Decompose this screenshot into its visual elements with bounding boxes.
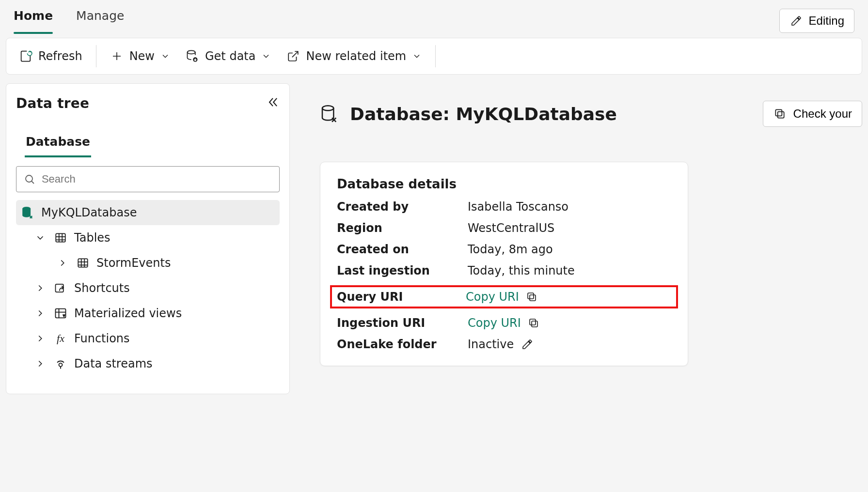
details-panel: Database: MyKQLDatabase Check your Datab… [290,83,862,394]
toolbar-divider [435,45,436,67]
toolbar: Refresh New Get data New related [6,38,862,75]
tree-item-database[interactable]: MyKQLDatabase [16,200,280,225]
database-details-card: Database details Created by Isabella Tos… [320,162,688,366]
table-icon [76,256,90,270]
tree-item-tables[interactable]: Tables [16,225,280,250]
svg-rect-10 [777,112,784,118]
tree-item-functions[interactable]: fx Functions [16,326,280,351]
copy-query-uri-button[interactable]: Copy URI [466,290,671,304]
tab-home[interactable]: Home [14,9,53,33]
get-data-button[interactable]: Get data [184,47,273,65]
new-related-item-button[interactable]: New related item [284,47,424,65]
data-tree-title: Data tree [16,95,89,111]
tab-database[interactable]: Database [25,135,91,157]
created-by-value: Isabella Toscanso [468,200,671,214]
chevron-right-icon [56,256,69,270]
editing-label: Editing [809,14,844,28]
created-on-key: Created on [337,243,468,256]
chevron-right-icon [33,357,47,370]
chevron-down-icon [160,51,170,61]
svg-rect-13 [528,293,534,299]
last-ingestion-key: Last ingestion [337,264,468,277]
ingestion-uri-key: Ingestion URI [337,316,468,330]
new-button[interactable]: New [108,47,172,65]
collapse-panel-button[interactable] [266,95,280,109]
svg-rect-12 [530,295,536,301]
chevron-right-icon [33,307,47,320]
tab-manage[interactable]: Manage [76,9,124,33]
card-title: Database details [337,177,671,191]
new-label: New [129,49,155,63]
svg-point-9 [322,106,333,110]
region-key: Region [337,221,468,235]
svg-rect-15 [530,319,536,325]
tree-item-shortcuts[interactable]: Shortcuts [16,276,280,301]
copy-ingestion-uri-button[interactable]: Copy URI [468,316,671,330]
page-title-db: MyKQLDatabase [456,104,617,124]
svg-point-2 [26,175,32,182]
chevron-right-icon [33,332,47,345]
tree-item-materialized-views[interactable]: Materialized views [16,301,280,326]
search-input-wrapper[interactable] [16,166,280,192]
editing-button[interactable]: Editing [779,9,854,33]
pencil-icon [789,14,803,28]
database-download-icon [186,49,199,63]
onelake-folder-value: Inactive [468,338,514,351]
data-stream-icon [54,357,67,370]
tree-item-label: Data streams [74,357,153,370]
function-icon: fx [54,332,67,345]
chevron-down-icon [412,51,422,61]
tree-item-data-streams[interactable]: Data streams [16,351,280,376]
tree-item-label: Shortcuts [74,281,130,295]
copy-uri-label: Copy URI [466,290,519,304]
materialized-view-icon [54,307,67,320]
created-on-value: Today, 8m ago [468,243,671,256]
region-value: WestCentralUS [468,221,671,235]
copy-uri-label: Copy URI [468,316,521,330]
svg-rect-4 [56,233,65,242]
database-icon [320,104,339,123]
open-new-icon [286,49,300,63]
database-icon [21,206,34,219]
last-ingestion-value: Today, this minute [468,264,671,277]
svg-point-8 [59,363,63,367]
tree-item-label: Tables [74,231,110,245]
search-icon [23,172,36,186]
check-button[interactable]: Check your [763,101,862,127]
tree-item-label: StormEvents [96,256,171,270]
get-data-label: Get data [205,49,255,63]
data-tree-panel: Data tree Database MyKQLDatabase [6,83,290,394]
chevron-right-icon [33,281,47,295]
tree-item-label: Materialized views [74,307,182,320]
copy-icon [773,107,787,121]
svg-rect-5 [78,259,88,267]
plus-icon [110,49,124,63]
onelake-folder-key: OneLake folder [337,338,468,351]
page-title-prefix: Database: [350,104,456,124]
chevron-down-icon [33,231,47,245]
edit-onelake-button[interactable] [521,338,534,351]
created-by-key: Created by [337,200,468,214]
copy-icon [525,290,538,304]
tree-item-label: Functions [74,332,130,345]
check-button-label: Check your [793,107,852,121]
svg-rect-14 [532,321,537,327]
copy-icon [527,316,540,330]
refresh-button[interactable]: Refresh [17,47,84,65]
table-icon [54,231,67,245]
page-title: Database: MyKQLDatabase [350,104,617,124]
refresh-label: Refresh [38,49,82,63]
svg-point-0 [188,50,195,54]
chevron-down-icon [261,51,271,61]
shortcut-icon [54,281,67,295]
toolbar-divider [96,45,96,67]
query-uri-key: Query URI [330,285,474,308]
new-related-item-label: New related item [306,49,406,63]
search-input[interactable] [42,173,272,185]
tree-item-stormevents[interactable]: StormEvents [16,250,280,276]
svg-rect-11 [775,109,782,116]
refresh-icon [19,49,32,63]
tree-item-label: MyKQLDatabase [41,206,137,219]
